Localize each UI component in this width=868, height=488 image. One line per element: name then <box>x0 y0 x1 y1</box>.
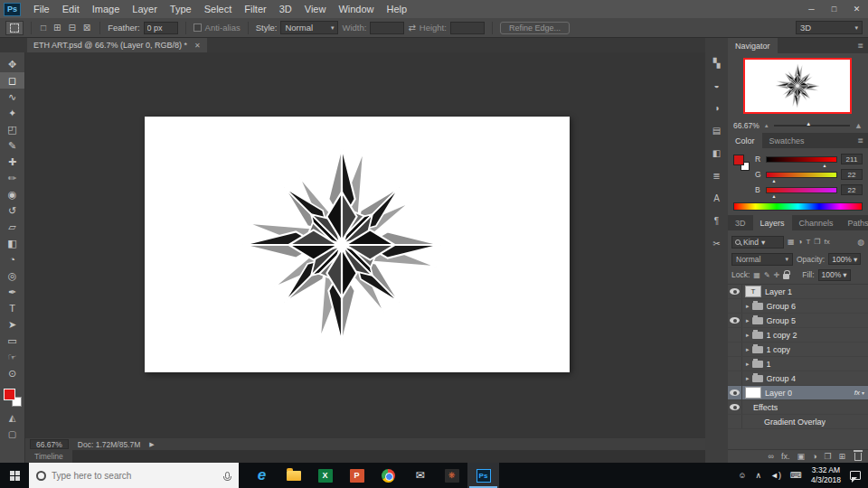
menu-image[interactable]: Image <box>86 0 127 18</box>
move-tool[interactable]: ✥ <box>0 56 24 72</box>
layer-name[interactable]: 1 copy <box>767 345 791 354</box>
menu-window[interactable]: Window <box>332 0 380 18</box>
layer-row[interactable]: ▸ Group 4 <box>728 371 868 386</box>
new-group-icon[interactable]: ❐ <box>824 452 831 461</box>
microphone-icon[interactable] <box>225 472 230 479</box>
new-selection-icon[interactable]: □ <box>39 23 48 33</box>
color-spectrum-bar[interactable] <box>733 202 863 211</box>
visibility-eye-icon[interactable] <box>730 404 740 410</box>
layer-row[interactable]: ▸ 1 <box>728 357 868 371</box>
expand-arrow-icon[interactable]: ▸ <box>742 317 751 324</box>
start-button[interactable] <box>0 463 29 488</box>
tab-3d[interactable]: 3D <box>728 215 753 230</box>
taskbar-chrome-icon[interactable] <box>373 463 404 488</box>
foreground-color-swatch[interactable] <box>4 389 15 400</box>
lock-image-icon[interactable]: ✎ <box>764 271 770 279</box>
zoom-in-icon[interactable]: ▲ <box>854 121 863 130</box>
layer-name[interactable]: 1 <box>767 360 771 369</box>
navigator-thumbnail[interactable] <box>743 58 852 114</box>
filter-type-layers-icon[interactable]: T <box>806 238 810 246</box>
green-value[interactable]: 22 <box>841 169 863 180</box>
filter-effect-layers-icon[interactable]: fx <box>824 238 829 246</box>
expand-arrow-icon[interactable]: ▸ <box>742 375 751 382</box>
canvas-area[interactable] <box>25 52 705 438</box>
tab-paths[interactable]: Paths <box>841 215 868 230</box>
user-icon[interactable]: ☺ <box>738 471 746 480</box>
menu-3d[interactable]: 3D <box>273 0 298 18</box>
close-tab-icon[interactable]: ✕ <box>194 42 201 50</box>
hand-tool[interactable]: ☞ <box>0 349 24 365</box>
menu-edit[interactable]: Edit <box>56 0 86 18</box>
layer-row[interactable]: ▸ 1 copy 2 <box>728 328 868 343</box>
eyedropper-tool[interactable]: ✎ <box>0 137 24 154</box>
workspace-select[interactable]: 3D ▾ <box>796 21 863 34</box>
paragraph-panel-icon[interactable]: ¶ <box>714 216 719 226</box>
tab-color[interactable]: Color <box>728 133 762 148</box>
foreground-background-colors[interactable] <box>4 389 22 407</box>
tab-swatches[interactable]: Swatches <box>762 133 812 148</box>
crop-tool[interactable]: ◰ <box>0 121 24 137</box>
lock-all-icon[interactable] <box>783 274 789 279</box>
visibility-eye-icon[interactable] <box>730 389 740 396</box>
taskbar-powerpoint-icon[interactable]: P <box>341 463 373 488</box>
layer-name[interactable]: Group 6 <box>767 302 797 311</box>
tab-navigator[interactable]: Navigator <box>728 38 778 53</box>
layer-name[interactable]: 1 copy 2 <box>767 331 797 340</box>
visibility-eye-icon[interactable] <box>730 317 740 324</box>
height-input[interactable] <box>450 22 485 34</box>
blur-tool[interactable]: ◔ <box>0 251 24 267</box>
layer-row[interactable]: ▸ 1 copy <box>728 343 868 357</box>
text-layer-thumbnail[interactable]: T <box>745 286 761 297</box>
type-tool[interactable]: T <box>0 300 24 316</box>
healing-brush-tool[interactable]: ✚ <box>0 154 24 170</box>
menu-help[interactable]: Help <box>381 0 414 18</box>
filter-adjustment-layers-icon[interactable]: ◑ <box>798 238 803 246</box>
slider-handle-icon[interactable]: ▲ <box>823 163 827 168</box>
slider-handle-icon[interactable]: ▲ <box>806 121 811 127</box>
layer-name[interactable]: Group 5 <box>767 316 797 325</box>
red-value[interactable]: 211 <box>841 154 863 164</box>
subtract-selection-icon[interactable]: ⊟ <box>66 23 77 33</box>
artboard[interactable] <box>145 117 570 372</box>
status-zoom-value[interactable]: 66.67% <box>30 439 69 449</box>
opacity-input[interactable]: 100% ▾ <box>828 253 861 265</box>
scissors-icon[interactable]: ✂ <box>712 239 720 249</box>
filter-toggle-icon[interactable]: ◍ <box>857 238 864 247</box>
volume-icon[interactable]: ◄) <box>770 471 781 480</box>
blue-slider[interactable]: ▲ <box>766 187 837 193</box>
taskbar-file-explorer-icon[interactable] <box>278 463 309 488</box>
panel-menu-icon[interactable]: ≣ <box>857 42 868 50</box>
style-select[interactable]: Normal ▾ <box>280 21 338 34</box>
info-panel-icon[interactable]: ◒ <box>713 80 719 90</box>
taskbar-clock[interactable]: 3:32 AM 4/3/2018 <box>811 465 841 485</box>
taskbar-mail-icon[interactable]: ✉ <box>404 463 436 488</box>
zoom-tool[interactable]: ⊙ <box>0 365 24 381</box>
foreground-color-swatch[interactable] <box>733 155 744 165</box>
layer-row[interactable]: ▸ Group 6 <box>728 299 868 314</box>
hidden-icons-chevron[interactable]: ∧ <box>755 471 761 480</box>
navigator-zoom-slider[interactable]: ▲ <box>774 125 850 127</box>
panel-menu-icon[interactable]: ≣ <box>857 136 868 145</box>
tab-layers[interactable]: Layers <box>753 215 792 230</box>
fill-input[interactable]: 100% ▾ <box>818 269 851 281</box>
screen-mode-button[interactable]: ▢ <box>8 429 16 439</box>
marquee-tool-preset-icon[interactable] <box>5 21 24 35</box>
link-layers-icon[interactable]: ∞ <box>768 452 773 461</box>
visibility-eye-icon[interactable] <box>730 288 740 295</box>
anti-alias-checkbox[interactable] <box>193 23 202 32</box>
layer-row[interactable]: ▸ Group 5 <box>728 314 868 328</box>
tab-channels[interactable]: Channels <box>792 215 841 230</box>
filter-kind-select[interactable]: Kind ▾ <box>731 236 784 249</box>
fx-badge[interactable]: fx <box>854 389 862 397</box>
color-panel-swatches[interactable] <box>733 155 750 171</box>
lock-position-icon[interactable]: ✛ <box>774 271 780 279</box>
expand-arrow-icon[interactable]: ▸ <box>742 332 751 339</box>
minimize-button[interactable]: ─ <box>800 0 823 18</box>
width-input[interactable] <box>370 22 404 34</box>
taskbar-photos-icon[interactable]: ❋ <box>436 463 467 488</box>
blend-mode-select[interactable]: Normal ▾ <box>731 253 793 266</box>
slider-handle-icon[interactable]: ▲ <box>771 193 776 199</box>
shape-tool[interactable]: ▭ <box>0 333 24 349</box>
clone-stamp-tool[interactable]: ◉ <box>0 186 24 202</box>
taskbar-photoshop-icon[interactable]: Ps <box>467 463 499 488</box>
